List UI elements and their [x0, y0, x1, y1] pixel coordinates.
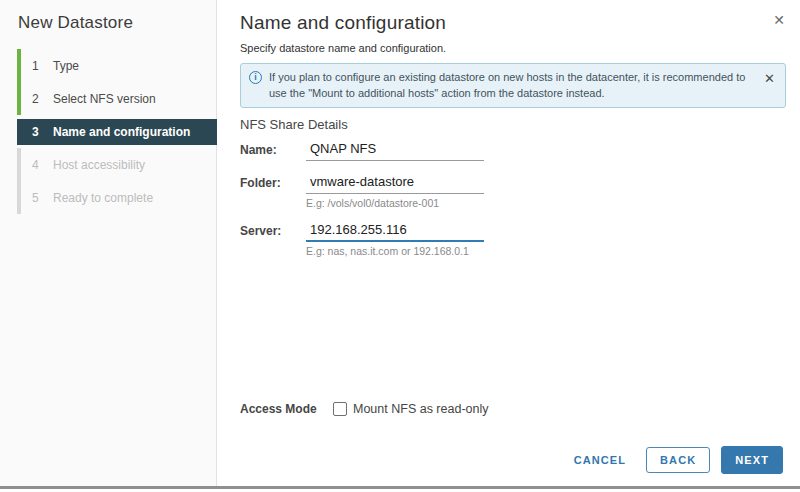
banner-close-icon[interactable]: ✕ — [764, 72, 775, 85]
server-row: Server: E.g: nas, nas.it.com or 192.168.… — [240, 220, 800, 257]
cancel-button[interactable]: CANCEL — [570, 448, 630, 472]
wizard-steps: 1 Type 2 Select NFS version 3 Name and c… — [17, 49, 217, 214]
folder-input[interactable] — [306, 172, 484, 194]
step-number: 5 — [32, 191, 44, 205]
folder-label: Folder: — [240, 172, 306, 209]
step-label: Select NFS version — [53, 92, 156, 106]
next-button[interactable]: NEXT — [721, 446, 783, 474]
info-banner-text: If you plan to configure an existing dat… — [269, 70, 757, 102]
step-number: 3 — [32, 125, 44, 139]
step-type[interactable]: 1 Type — [17, 49, 217, 82]
name-label: Name: — [240, 139, 306, 161]
info-banner: i If you plan to configure an existing d… — [240, 63, 786, 108]
name-row: Name: — [240, 139, 800, 161]
back-button[interactable]: BACK — [646, 447, 710, 473]
step-ready-to-complete: 5 Ready to complete — [17, 181, 217, 214]
read-only-checkbox-label[interactable]: Mount NFS as read-only — [353, 402, 488, 416]
step-number: 1 — [32, 59, 44, 73]
step-select-nfs-version[interactable]: 2 Select NFS version — [17, 82, 217, 115]
dialog-title: New Datastore — [0, 13, 216, 33]
step-name-and-configuration[interactable]: 3 Name and configuration — [17, 119, 217, 145]
close-icon[interactable]: ✕ — [773, 13, 785, 27]
read-only-checkbox[interactable] — [333, 402, 347, 416]
step-number: 4 — [32, 158, 44, 172]
nfs-share-form: Name: Folder: E.g: /vols/vol0/datastore-… — [240, 139, 800, 257]
server-input[interactable] — [306, 220, 484, 242]
new-datastore-dialog: New Datastore 1 Type 2 Select NFS versio… — [0, 0, 800, 489]
name-input[interactable] — [306, 139, 484, 161]
server-helper-text: E.g: nas, nas.it.com or 192.168.0.1 — [306, 245, 484, 257]
wizard-content: ✕ Name and configuration Specify datasto… — [217, 0, 800, 486]
wizard-sidebar: New Datastore 1 Type 2 Select NFS versio… — [0, 0, 217, 486]
folder-helper-text: E.g: /vols/vol0/datastore-001 — [306, 197, 484, 209]
step-number: 2 — [32, 92, 44, 106]
wizard-footer: CANCEL BACK NEXT — [570, 446, 783, 474]
page-title: Name and configuration — [240, 12, 800, 34]
nfs-share-details-heading: NFS Share Details — [240, 117, 800, 132]
page-subtitle: Specify datastore name and configuration… — [240, 42, 800, 54]
server-label: Server: — [240, 220, 306, 257]
access-mode-row: Access Mode Mount NFS as read-only — [240, 402, 488, 416]
step-label: Type — [53, 59, 79, 73]
step-label: Name and configuration — [53, 125, 190, 139]
step-label: Ready to complete — [53, 191, 153, 205]
folder-row: Folder: E.g: /vols/vol0/datastore-001 — [240, 172, 800, 209]
step-host-accessibility: 4 Host accessibility — [17, 148, 217, 181]
info-circle-icon: i — [249, 71, 262, 84]
access-mode-label: Access Mode — [240, 402, 333, 416]
step-label: Host accessibility — [53, 158, 145, 172]
